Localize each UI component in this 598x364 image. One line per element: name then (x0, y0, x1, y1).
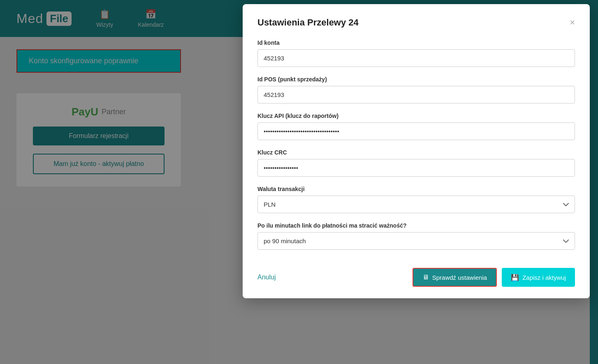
id-konta-input[interactable] (257, 49, 575, 67)
minuty-select[interactable]: po 30 minutach po 60 minutach po 90 minu… (257, 232, 575, 250)
id-konta-label: Id konta (257, 39, 575, 46)
minuty-label: Po ilu minutach link do płatności ma str… (257, 222, 575, 229)
id-pos-input[interactable] (257, 86, 575, 104)
klucz-api-input[interactable] (257, 122, 575, 140)
check-icon: 🖥 (422, 274, 429, 281)
form-group-id-konta: Id konta (257, 39, 575, 67)
modal-przelewy24: Ustawienia Przelewy 24 × Id konta Id POS… (243, 4, 590, 298)
save-icon: 💾 (511, 274, 519, 281)
modal-footer: Anuluj 🖥 Sprawdź ustawienia 💾 Zapisz i a… (257, 261, 575, 287)
klucz-crc-input[interactable] (257, 159, 575, 177)
id-pos-label: Id POS (punkt sprzedaży) (257, 76, 575, 83)
modal-title: Ustawienia Przelewy 24 (257, 17, 359, 28)
klucz-api-label: Klucz API (klucz do raportów) (257, 113, 575, 119)
save-activate-button[interactable]: 💾 Zapisz i aktywuj (502, 268, 575, 287)
modal-header: Ustawienia Przelewy 24 × (257, 17, 575, 28)
waluta-select[interactable]: PLN EUR USD (257, 196, 575, 213)
form-group-klucz-api: Klucz API (klucz do raportów) (257, 113, 575, 140)
footer-actions: 🖥 Sprawdź ustawienia 💾 Zapisz i aktywuj (413, 268, 575, 287)
check-settings-button[interactable]: 🖥 Sprawdź ustawienia (413, 268, 497, 287)
form-group-klucz-crc: Klucz CRC (257, 149, 575, 177)
form-group-minuty: Po ilu minutach link do płatności ma str… (257, 222, 575, 250)
cancel-button[interactable]: Anuluj (257, 270, 276, 285)
form-group-id-pos: Id POS (punkt sprzedaży) (257, 76, 575, 104)
klucz-crc-label: Klucz CRC (257, 149, 575, 156)
modal-close-button[interactable]: × (570, 18, 575, 27)
form-group-waluta: Waluta transakcji PLN EUR USD (257, 186, 575, 213)
check-settings-label: Sprawdź ustawienia (432, 274, 487, 281)
save-activate-label: Zapisz i aktywuj (522, 274, 566, 281)
waluta-label: Waluta transakcji (257, 186, 575, 192)
